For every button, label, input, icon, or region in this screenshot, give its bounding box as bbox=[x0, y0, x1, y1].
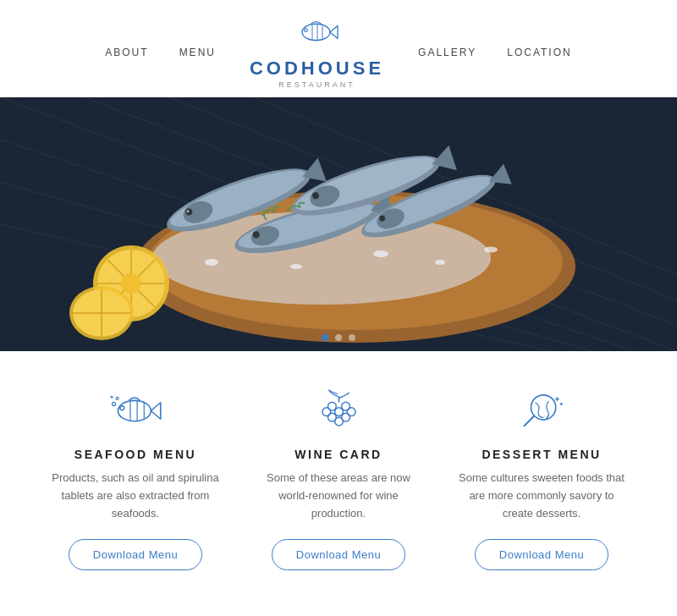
seafood-card: SEAFOOD MENU Products, such as oil and s… bbox=[42, 385, 228, 570]
svg-point-61 bbox=[334, 407, 343, 415]
svg-point-39 bbox=[121, 273, 141, 294]
svg-point-54 bbox=[112, 402, 115, 405]
nav-right: GALLERY LOCATION bbox=[418, 47, 572, 58]
svg-point-44 bbox=[205, 259, 218, 266]
seafood-title: SEAFOOD MENU bbox=[74, 448, 196, 461]
wine-card: WINE CARD Some of these areas are now wo… bbox=[245, 385, 432, 570]
svg-point-65 bbox=[531, 394, 555, 419]
hero-section bbox=[0, 97, 677, 351]
nav-about[interactable]: ABOUT bbox=[105, 47, 148, 58]
svg-point-63 bbox=[327, 402, 336, 410]
svg-point-48 bbox=[484, 247, 498, 253]
nav-left: ABOUT MENU bbox=[105, 47, 216, 58]
menu-cards-section: SEAFOOD MENU Products, such as oil and s… bbox=[0, 351, 677, 604]
nav-location[interactable]: LOCATION bbox=[507, 47, 571, 58]
site-header: ABOUT MENU CODHOUSE RESTAURANT GALLERY bbox=[0, 0, 677, 97]
svg-point-47 bbox=[435, 260, 445, 265]
dot-1[interactable] bbox=[322, 334, 328, 341]
svg-point-46 bbox=[373, 250, 388, 257]
brand-logo-icon bbox=[292, 15, 343, 52]
wine-title: WINE CARD bbox=[294, 448, 382, 461]
dot-2[interactable] bbox=[335, 334, 342, 341]
wine-icon bbox=[309, 385, 368, 436]
nav-menu[interactable]: MENU bbox=[179, 47, 216, 58]
svg-point-1 bbox=[304, 29, 307, 32]
brand-center: CODHOUSE RESTAURANT bbox=[250, 15, 384, 89]
wine-download-button[interactable]: Download Menu bbox=[272, 539, 405, 570]
dessert-title: DESSERT MENU bbox=[482, 448, 601, 461]
nav-gallery[interactable]: GALLERY bbox=[418, 47, 476, 58]
hero-image bbox=[0, 97, 677, 351]
svg-point-45 bbox=[290, 264, 302, 269]
svg-point-56 bbox=[111, 396, 113, 398]
hero-carousel-dots bbox=[322, 334, 355, 341]
seafood-icon bbox=[106, 385, 165, 436]
brand-name: CODHOUSE bbox=[250, 58, 384, 80]
dessert-download-button[interactable]: Download Menu bbox=[475, 539, 608, 570]
svg-point-55 bbox=[116, 397, 118, 399]
seafood-description: Products, such as oil and spirulina tabl… bbox=[51, 470, 220, 522]
svg-point-49 bbox=[118, 400, 151, 421]
wine-description: Some of these areas are now world-renown… bbox=[254, 470, 423, 522]
brand-subtitle: RESTAURANT bbox=[278, 80, 355, 89]
seafood-download-button[interactable]: Download Menu bbox=[69, 539, 202, 570]
svg-point-50 bbox=[119, 405, 124, 410]
dessert-description: Some cultures sweeten foods that are mor… bbox=[457, 470, 626, 522]
svg-point-64 bbox=[341, 402, 350, 410]
svg-line-66 bbox=[524, 416, 533, 426]
dessert-card: DESSERT MENU Some cultures sweeten foods… bbox=[449, 385, 635, 570]
dot-3[interactable] bbox=[349, 334, 355, 341]
dessert-icon bbox=[512, 385, 571, 436]
